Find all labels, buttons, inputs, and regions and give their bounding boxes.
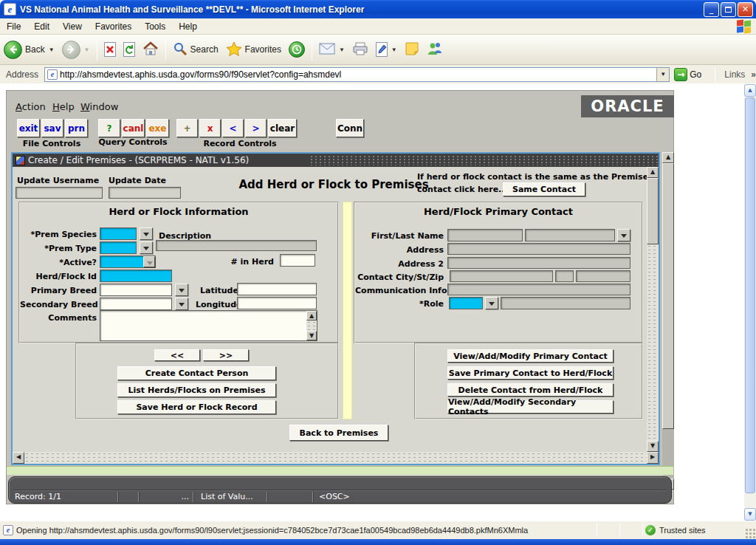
discuss-icon xyxy=(405,41,419,58)
print-button[interactable] xyxy=(348,36,372,63)
form-scroll-down-icon[interactable]: ▼ xyxy=(647,441,659,452)
query-execute-button[interactable]: exe xyxy=(146,119,169,137)
page-scroll-down-icon[interactable]: ▼ xyxy=(744,508,756,521)
conn-button[interactable]: Conn xyxy=(336,119,364,137)
favorites-label: Favorites xyxy=(245,44,281,55)
back-button[interactable]: Back ▼ xyxy=(0,36,58,63)
comments-scroll-down-icon[interactable]: ▼ xyxy=(306,331,317,340)
toolbar-separator xyxy=(97,38,97,61)
view-secondary-contacts-button[interactable]: View/Add/Modify Secondary Contacts xyxy=(447,400,614,414)
delete-contact-button[interactable]: Delete Contact from Herd/Flock xyxy=(447,383,614,397)
close-button[interactable]: ✕ xyxy=(738,2,753,17)
mail-dropdown-icon[interactable]: ▼ xyxy=(339,47,345,53)
form-vertical-scrollbar[interactable]: ▲ ▼ xyxy=(647,167,659,452)
page-scroll-thumb[interactable] xyxy=(745,97,755,493)
form-scroll-up-icon[interactable]: ▲ xyxy=(647,167,659,178)
go-button[interactable]: → Go xyxy=(674,68,701,81)
restore-button[interactable] xyxy=(721,2,736,17)
role-dropdown-icon[interactable] xyxy=(485,297,498,309)
latitude-field[interactable] xyxy=(237,283,317,295)
edit-button[interactable]: ▼ xyxy=(372,36,401,63)
menu-favorites[interactable]: Favorites xyxy=(89,19,138,34)
communication-info-field xyxy=(447,284,630,295)
role-field[interactable] xyxy=(449,297,483,309)
name-dropdown-icon[interactable] xyxy=(617,229,630,241)
links-label[interactable]: Links xyxy=(724,69,745,80)
secondary-breed-dropdown-icon[interactable] xyxy=(175,298,188,310)
comments-scroll-up-icon[interactable]: ▲ xyxy=(306,311,317,321)
back-to-premises-button[interactable]: Back to Premises xyxy=(289,425,388,441)
exit-button[interactable]: exit xyxy=(17,119,40,137)
form-window-titlebar[interactable]: Create / Edit Premises - (SCRPREMS - NAT… xyxy=(13,154,659,167)
menu-help[interactable]: Help xyxy=(172,19,204,34)
secondary-breed-field[interactable] xyxy=(100,298,172,310)
record-clear-button[interactable]: clear xyxy=(268,119,297,137)
prem-species-dropdown-icon[interactable] xyxy=(140,227,153,240)
form-scroll-left-icon[interactable]: ◀ xyxy=(13,452,24,464)
save-primary-contact-button[interactable]: Save Primary Contact to Herd/Flock xyxy=(447,366,614,380)
favorites-button[interactable]: Favorites xyxy=(222,36,285,63)
record-add-button[interactable]: + xyxy=(176,119,198,137)
menu-file[interactable]: File xyxy=(0,19,27,34)
stop-button[interactable] xyxy=(100,36,120,63)
forward-dropdown-icon[interactable]: ▼ xyxy=(84,47,90,53)
forward-button[interactable]: ▼ xyxy=(58,36,94,63)
edit-dropdown-icon[interactable]: ▼ xyxy=(391,47,397,53)
record-delete-button[interactable]: x xyxy=(199,119,221,137)
view-primary-contact-button[interactable]: View/Add/Modify Primary Contact xyxy=(447,349,614,363)
minimize-button[interactable]: _ xyxy=(704,2,719,17)
primary-breed-field[interactable] xyxy=(100,284,172,296)
comments-field[interactable]: ▲ ▼ xyxy=(100,310,317,341)
create-contact-person-button[interactable]: Create Contact Person xyxy=(117,366,276,380)
applet-scroll-up-icon[interactable]: ▲ xyxy=(662,152,674,163)
form-horizontal-scrollbar[interactable]: ◀ ▶ xyxy=(13,452,659,464)
form-scroll-right-icon[interactable]: ▶ xyxy=(647,452,659,464)
next-record-button[interactable]: >> xyxy=(203,349,249,361)
in-herd-field[interactable] xyxy=(280,254,315,267)
home-button[interactable] xyxy=(139,36,162,63)
address-input[interactable]: e http://ahsmdevtest.aphis.usda.gov/form… xyxy=(44,67,670,82)
search-button[interactable]: Search xyxy=(169,36,222,63)
menu-tools[interactable]: Tools xyxy=(138,19,172,34)
primary-breed-dropdown-icon[interactable] xyxy=(175,284,188,296)
history-button[interactable] xyxy=(285,36,309,63)
record-previous-button[interactable]: < xyxy=(222,119,244,137)
list-herds-flocks-button[interactable]: List Herds/Flocks on Premises xyxy=(117,383,276,397)
form-scroll-thumb[interactable] xyxy=(647,178,659,244)
applet-menu-action[interactable]: Action xyxy=(16,101,46,112)
discuss-button[interactable] xyxy=(401,36,423,63)
query-help-button[interactable]: ? xyxy=(98,119,120,137)
save-herd-record-button[interactable]: Save Herd or Flock Record xyxy=(117,400,276,414)
page-scroll-up-icon[interactable]: ▲ xyxy=(744,84,756,97)
active-dropdown-icon[interactable] xyxy=(143,256,155,267)
applet-menu-help[interactable]: Help xyxy=(52,101,75,112)
print-applet-button[interactable]: prn xyxy=(65,119,88,137)
previous-record-button[interactable]: << xyxy=(154,349,200,361)
form-hscroll-track[interactable] xyxy=(24,452,647,464)
resize-grip[interactable] xyxy=(745,528,755,538)
address-dropdown-icon[interactable]: ▼ xyxy=(656,68,669,81)
page-scrollbar[interactable]: ▲ ▼ xyxy=(744,84,756,521)
record-next-button[interactable]: > xyxy=(245,119,267,137)
applet-scroll-thumb[interactable] xyxy=(662,163,674,429)
messenger-button[interactable] xyxy=(423,36,447,63)
form-scroll-track[interactable] xyxy=(647,244,659,441)
menu-edit[interactable]: Edit xyxy=(27,19,56,34)
longitude-field[interactable] xyxy=(237,297,317,309)
applet-menu-window[interactable]: Window xyxy=(80,101,118,112)
applet-vertical-scrollbar[interactable]: ▲ ▼ xyxy=(662,152,674,490)
comments-scroll-track[interactable] xyxy=(306,321,317,331)
query-cancel-button[interactable]: canl xyxy=(122,119,145,137)
same-contact-button[interactable]: Same Contact xyxy=(503,182,585,196)
mail-button[interactable]: ▼ xyxy=(315,36,348,63)
links-chevron-icon[interactable]: » xyxy=(751,69,756,80)
menu-view[interactable]: View xyxy=(56,19,89,34)
herd-flock-id-field[interactable] xyxy=(100,270,172,282)
prem-species-field[interactable] xyxy=(100,227,137,240)
save-button[interactable]: sav xyxy=(41,119,63,137)
refresh-button[interactable] xyxy=(120,36,139,63)
prem-type-dropdown-icon[interactable] xyxy=(140,241,153,254)
prem-type-field[interactable] xyxy=(100,241,137,254)
herd-info-title: Herd or Flock Information xyxy=(20,206,337,217)
back-dropdown-icon[interactable]: ▼ xyxy=(49,47,55,53)
